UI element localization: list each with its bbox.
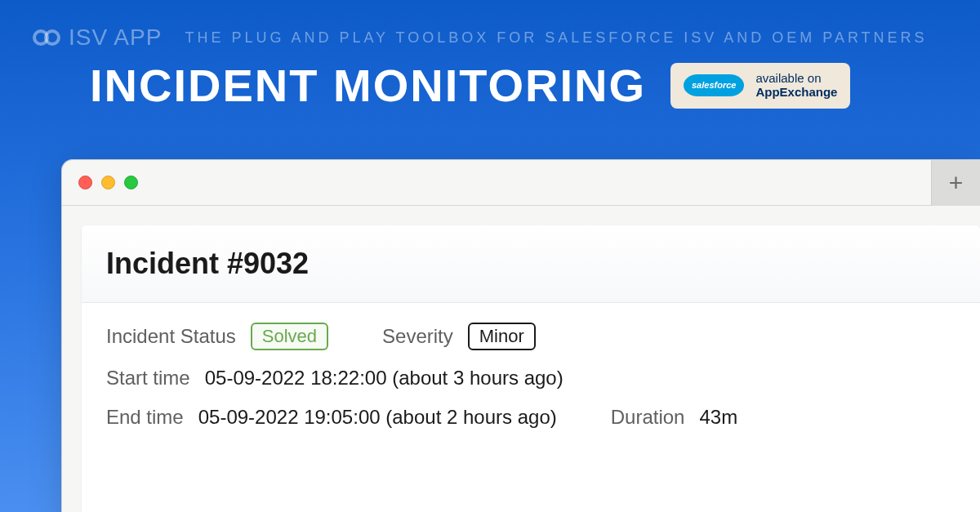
start-time-row: Start time 05-09-2022 18:22:00 (about 3 … [106,367,956,390]
title-row: INCIDENT MONITORING salesforce available… [0,59,980,128]
start-time-value: 05-09-2022 18:22:00 (about 3 hours ago) [205,367,564,390]
card-header: Incident #9032 [82,225,980,303]
severity-badge: Minor [468,323,536,350]
status-row: Incident Status Solved Severity Minor [106,323,956,350]
appexchange-text: available on AppExchange [755,72,837,99]
page-title: INCIDENT MONITORING [90,59,646,112]
end-time-value: 05-09-2022 19:05:00 (about 2 hours ago) [198,406,557,429]
plus-icon: + [949,169,964,197]
traffic-lights [78,176,138,189]
minimize-window-icon[interactable] [101,176,115,189]
start-time-label: Start time [106,367,190,390]
status-label: Incident Status [106,325,236,348]
incident-card: Incident #9032 Incident Status Solved Se… [82,225,980,512]
tagline: THE PLUG AND PLAY TOOLBOX FOR SALESFORCE… [185,29,927,47]
header-top: ISV aPP THE PLUG AND PLAY TOOLBOX FOR SA… [0,0,980,59]
status-badge: Solved [251,323,328,350]
end-time-label: End time [106,406,184,429]
incident-title: Incident #9032 [106,247,956,281]
end-time-row: End time 05-09-2022 19:05:00 (about 2 ho… [106,406,956,429]
logo-area: ISV aPP [33,24,162,51]
duration-label: Duration [611,406,685,429]
appexchange-badge[interactable]: salesforce available on AppExchange [670,63,850,109]
appexchange-line1: available on [755,72,837,86]
window-titlebar: + [62,160,980,206]
logo-text: ISV aPP [69,24,162,51]
salesforce-cloud-icon: salesforce [684,74,744,96]
app-window: + Incident #9032 Incident Status Solved … [61,159,980,512]
logo-icon [33,29,60,46]
new-tab-button[interactable]: + [931,160,980,206]
maximize-window-icon[interactable] [124,176,138,189]
close-window-icon[interactable] [78,176,92,189]
appexchange-line2: AppExchange [755,86,837,100]
severity-label: Severity [382,325,453,348]
duration-value: 43m [699,406,737,429]
card-body: Incident Status Solved Severity Minor St… [82,303,980,465]
